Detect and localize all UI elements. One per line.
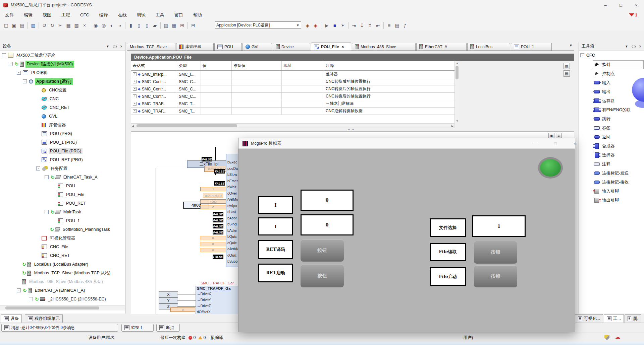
table-cell[interactable]: +◆SMC_TRAF... [131,100,177,108]
tree-item[interactable]: -Application [运行] [0,77,125,86]
menu-工程[interactable]: 工程 [56,10,75,20]
column-header-地址[interactable]: 地址 [282,61,324,71]
tree-item[interactable]: GVL [0,112,125,121]
toolbox-item-合成器[interactable]: 合成器 [593,142,644,150]
tab-LocalBus[interactable]: LocalBus [467,43,510,51]
tree-item[interactable]: POU_1 [0,216,125,225]
expander-icon[interactable]: - [23,79,27,83]
watch-hscrollbar[interactable]: ◀▶ [131,123,454,128]
minimize-button[interactable]: – [598,0,613,10]
table-cell[interactable]: +◆SMC_Contr... [131,93,177,100]
row-expander-icon[interactable]: + [133,72,137,76]
messages-tab[interactable]: 消息 -总计0个错误,0个警告,0条消息 [1,324,118,332]
tree-item[interactable]: Modbus_485_Slave (Modbus 485 从站) [0,277,125,286]
cloud-offline-icon[interactable]: ☁ [615,334,621,341]
tree-item[interactable]: -↻MainTask [0,208,125,216]
tab-库管理器[interactable]: 库管理器 [176,43,214,51]
expander-icon[interactable]: - [17,288,21,292]
tree-item[interactable]: -↻EtherCAT_Task_A [0,173,125,182]
simulator-close-button[interactable]: × [568,138,582,149]
expander-icon[interactable]: - [29,297,33,301]
grid-options-icon[interactable]: ▦ [170,22,178,29]
step-into-icon[interactable]: ↧ [358,22,366,29]
force-values-icon[interactable]: ƒ [401,22,409,29]
open-project-icon[interactable]: ▣ [10,22,18,29]
menu-调试[interactable]: 调试 [132,10,151,20]
cfc-zoom-button[interactable]: ▣ [548,133,554,138]
column-header-注释[interactable]: 注释 [324,61,455,71]
maximize-button[interactable]: □ [613,0,629,10]
cfc-value-box[interactable]: 0 [200,248,226,252]
new-file-icon[interactable]: ▢ [2,22,10,29]
sim-button-ret-start[interactable]: 按钮 [301,265,344,287]
build-icon[interactable]: ⊟ [190,22,197,29]
sim-button-file-start[interactable]: 按钮 [474,265,517,287]
table-cell[interactable]: +◆SMC_Contr... [131,85,177,93]
table-cell[interactable]: +◆SMC_TRAF... [131,108,177,115]
watch-tool-button-2[interactable]: ▤ [564,70,570,77]
cfc-axis-label[interactable]: Y [159,297,178,303]
pin-icon[interactable] [632,44,636,49]
panel-tab-工...[interactable]: 工... [604,314,624,323]
simulator-minimize-button[interactable]: — [529,138,543,149]
active-application-combo[interactable]: Application [Device: PLC逻辑] ▼ [215,21,301,29]
tab-POU[interactable]: POU [214,43,242,51]
table-cell[interactable]: +◆SMC_Contr... [131,78,177,85]
delete-icon[interactable]: × [81,22,88,29]
tree-item[interactable]: POU_File (PRG) [0,147,125,155]
sim-label-2[interactable]: I [258,217,293,235]
tree-item[interactable]: 库管理器 [0,121,125,129]
filter-icon[interactable] [629,13,634,16]
expander-icon[interactable]: - [36,166,40,170]
device-tree-hscrollbar[interactable] [0,305,125,310]
sim-button-ret-decode[interactable]: 按钮 [301,239,344,262]
menu-编译[interactable]: 编译 [94,10,113,20]
tree-item[interactable]: -↻EtherCAT_A (EtherCAT_A) [0,286,125,295]
copy-icon[interactable]: ▦ [65,22,72,29]
row-expander-icon[interactable]: + [133,80,137,83]
cfc-value-box[interactable]: TRAPEZOID [203,194,223,198]
row-expander-icon[interactable]: + [133,87,137,91]
bookmark-prev-icon[interactable]: ▯ [143,22,151,29]
cfc-value-box[interactable]: 1 [200,187,226,191]
cut-icon[interactable]: ✂ [57,22,64,29]
redo-icon[interactable]: ↻ [49,22,56,29]
sim-label-file-select[interactable]: 文件选择 [430,218,466,237]
splitter-handle[interactable]: ▲▲ [347,128,356,131]
column-header-表达式[interactable]: 表达式 [131,61,177,71]
tree-item[interactable]: -↻_2HCS558_EC (2HCS558-EC) [0,295,125,303]
tree-item[interactable]: CNC_File [0,243,125,251]
cfc-value-box[interactable]: 0 [200,236,226,240]
cfc-value-box[interactable]: 0 [200,205,226,209]
panel-tab-可视化...[interactable]: 可视化... [575,314,603,323]
sim-label-ret-start[interactable]: RET启动 [258,264,293,282]
sim-button-file-read[interactable]: 按钮 [474,241,517,264]
tree-item[interactable]: POU [0,182,125,190]
tree-item[interactable]: 可视化管理器 [0,234,125,243]
find-next-icon[interactable]: ◎ [100,22,107,29]
tab-overflow-button[interactable]: ▼ [568,44,574,50]
save-icon[interactable]: ▤ [18,22,26,29]
toolbox-item-指针[interactable]: 指针 [593,60,644,69]
column-header-准备值[interactable]: 准备值 [232,61,282,71]
toolbox-item-连接标记-发送[interactable]: 连接标记-发送 [593,169,644,178]
run-to-cursor-icon[interactable]: ⇤ [374,22,382,29]
cfc-value-box[interactable]: 4000 [200,199,226,204]
tree-item[interactable]: CNC_RET [0,103,125,112]
expander-icon[interactable]: - [17,71,21,75]
tab-POU_1[interactable]: POU_1 [511,43,552,51]
expander-icon[interactable]: - [45,210,49,214]
sim-value-1[interactable]: 0 [301,190,354,211]
close-icon[interactable]: × [120,44,122,49]
bookmark-clear-icon[interactable]: ▰ [151,22,159,29]
tab-Modbus_485_Slave[interactable]: Modbus_485_Slave [352,43,416,51]
tree-item[interactable]: POU_1 (PRG) [0,138,125,147]
tab-GVL[interactable]: GVL [243,43,272,51]
close-icon[interactable]: × [639,44,641,49]
sim-value-2[interactable]: 0 [301,214,354,235]
column-header-值[interactable]: 值 [201,61,232,71]
tree-item[interactable]: -MX500三轴龙门平台 [0,51,125,60]
login-icon[interactable]: ◈ [304,22,311,29]
pin-icon[interactable] [113,44,117,49]
print-icon[interactable]: ▥ [30,22,37,29]
